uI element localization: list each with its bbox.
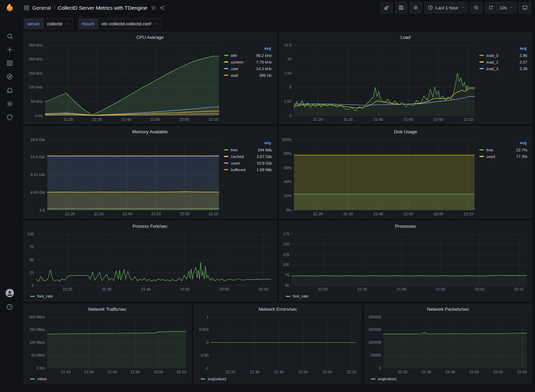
processes-chart[interactable]: 21:2021:3021:4021:5022:0022:105075100125… bbox=[281, 231, 529, 292]
svg-text:21:50: 21:50 bbox=[469, 370, 479, 374]
legend-item-wait[interactable]: wait386 Hz bbox=[224, 72, 272, 78]
variable-value-mount[interactable]: etc-collectd-collectd.conf bbox=[98, 18, 161, 29]
svg-text:22:10: 22:10 bbox=[514, 287, 524, 291]
server-admin-shield-icon[interactable] bbox=[6, 113, 14, 122]
chevron-down-icon bbox=[509, 5, 513, 10]
memory-available-chart[interactable]: 21:2021:3021:4021:5022:0022:100 b4.66 Gi… bbox=[25, 136, 222, 217]
alerting-bell-icon[interactable] bbox=[6, 86, 14, 94]
cpu-average-chart[interactable]: 21:2021:3021:4021:5022:0022:100 Hz50 kHz… bbox=[25, 42, 222, 123]
svg-text:21:20: 21:20 bbox=[226, 370, 235, 374]
legend-header-avg: avg bbox=[479, 141, 527, 145]
legend-item-user[interactable]: user14.3 kHz bbox=[224, 65, 272, 72]
star-icon[interactable] bbox=[151, 5, 156, 10]
legend-swatch bbox=[371, 378, 375, 380]
breadcrumb-folder[interactable]: General bbox=[32, 5, 51, 11]
svg-text:21:40: 21:40 bbox=[274, 370, 284, 374]
panel-title-network-traffic[interactable]: Network Traffic/sec bbox=[24, 304, 191, 314]
legend-series-avg-value: 22.7% bbox=[516, 148, 527, 152]
panel-title-network-errors[interactable]: Network Errors/sec bbox=[194, 304, 361, 314]
legend-item-free[interactable]: free22.7% bbox=[479, 147, 527, 153]
svg-text:9.31 Gib: 9.31 Gib bbox=[31, 173, 45, 177]
process-fork-chart[interactable]: 21:2021:3021:4021:5022:0022:100255075100 bbox=[25, 231, 274, 292]
legend-item-value[interactable]: value bbox=[30, 375, 47, 383]
svg-text:200000: 200000 bbox=[368, 315, 381, 319]
network-errors-chart[interactable]: 21:2021:3021:4021:5022:0022:10-1-0.5000.… bbox=[196, 314, 359, 375]
legend-item-used[interactable]: used77.3% bbox=[479, 153, 527, 160]
add-panel-button[interactable] bbox=[381, 2, 392, 13]
dashboard-toolbar: Last 1 hour 10s bbox=[381, 2, 531, 13]
panel-load: Load 21:2021:3021:4021:5022:0022:1002.50… bbox=[279, 32, 532, 124]
chart-canvas: 21:2021:3021:4021:5022:0022:100 b/s50 Mb… bbox=[25, 314, 189, 375]
legend-series-avg-value: 2.38 bbox=[520, 67, 527, 71]
dashboards-icon[interactable] bbox=[6, 59, 14, 67]
time-range-picker[interactable]: Last 1 hour bbox=[424, 2, 468, 13]
svg-text:?: ? bbox=[9, 305, 11, 309]
legend-item-load_0[interactable]: load_02.86 bbox=[479, 52, 527, 59]
legend-series-name: avg(value) bbox=[208, 377, 226, 381]
network-packets-chart[interactable]: 21:2021:3021:4021:5022:0022:100500001000… bbox=[366, 314, 529, 375]
legend-item-idle[interactable]: idle96.2 kHz bbox=[224, 52, 272, 59]
svg-text:22:00: 22:00 bbox=[179, 117, 189, 122]
legend-swatch bbox=[479, 68, 484, 69]
explore-compass-icon[interactable] bbox=[6, 73, 14, 81]
network-traffic-chart[interactable]: 21:2021:3021:4021:5022:0022:100 b/s50 Mb… bbox=[25, 314, 189, 375]
svg-text:21:40: 21:40 bbox=[373, 212, 383, 216]
svg-text:2.50: 2.50 bbox=[284, 99, 291, 103]
user-avatar[interactable] bbox=[6, 289, 14, 297]
svg-text:100: 100 bbox=[27, 232, 34, 236]
legend-item-load_1[interactable]: load_12.57 bbox=[479, 59, 527, 65]
configuration-gear-icon[interactable] bbox=[6, 100, 14, 108]
legend-item-free[interactable]: free344 Mib bbox=[224, 147, 272, 153]
create-icon[interactable] bbox=[6, 45, 14, 54]
help-icon[interactable]: ? bbox=[6, 303, 14, 311]
dashboard-settings-button[interactable] bbox=[410, 2, 422, 13]
disk-usage-chart[interactable]: 21:2021:3021:4021:5022:0022:100%20%40%60… bbox=[281, 136, 477, 217]
legend-item-avg(value)[interactable]: avg(value) bbox=[371, 375, 397, 383]
svg-text:14.0 Gib: 14.0 Gib bbox=[31, 155, 45, 159]
share-icon[interactable] bbox=[160, 5, 165, 10]
svg-text:200 kHz: 200 kHz bbox=[29, 57, 42, 61]
svg-text:75: 75 bbox=[30, 245, 34, 249]
panel-title-processes[interactable]: Processes bbox=[279, 221, 532, 231]
panel-title-cpu-average[interactable]: CPU Average bbox=[24, 32, 276, 42]
legend-item-system[interactable]: system7.79 kHz bbox=[224, 59, 272, 65]
legend-item-avg(value)[interactable]: avg(value) bbox=[201, 375, 226, 383]
svg-text:7.50: 7.50 bbox=[284, 71, 291, 75]
svg-text:0.500: 0.500 bbox=[199, 327, 209, 332]
panel-title-process-fork[interactable]: Process Fork/sec bbox=[24, 221, 276, 231]
zoom-out-button[interactable] bbox=[470, 2, 482, 13]
search-icon[interactable] bbox=[6, 32, 14, 40]
tv-mode-button[interactable] bbox=[519, 2, 531, 13]
cpu-average-legend: avgidle96.2 kHzsystem7.79 kHzuser14.3 kH… bbox=[222, 42, 274, 123]
grafana-logo[interactable] bbox=[0, 0, 19, 15]
legend-series-avg-value: 2.57 bbox=[520, 60, 527, 64]
refresh-icon bbox=[488, 5, 494, 10]
legend-item-buffered[interactable]: buffered1.68 Mib bbox=[224, 166, 272, 173]
variable-value-server[interactable]: collectd bbox=[43, 18, 73, 29]
legend-swatch bbox=[479, 156, 484, 157]
svg-text:150 Mb/s: 150 Mb/s bbox=[29, 327, 45, 332]
legend-item-fork_rate[interactable]: fork_rate bbox=[286, 292, 308, 300]
panel-title-network-packets[interactable]: Network Packets/sec bbox=[365, 304, 532, 314]
dashboard-grid: CPU Average 21:2021:3021:4021:5022:0022:… bbox=[19, 29, 535, 384]
legend-item-used[interactable]: used10.8 Gib bbox=[224, 160, 272, 166]
save-dashboard-button[interactable] bbox=[395, 2, 407, 13]
panel-title-memory-available[interactable]: Memory Available bbox=[24, 127, 276, 136]
refresh-button[interactable] bbox=[485, 2, 497, 13]
variable-server: server collectd bbox=[24, 18, 73, 29]
network-traffic-legend: value bbox=[25, 375, 189, 383]
svg-text:21:40: 21:40 bbox=[107, 370, 117, 374]
legend-swatch bbox=[479, 149, 484, 150]
svg-text:21:20: 21:20 bbox=[64, 117, 73, 122]
svg-text:18.6 Gib: 18.6 Gib bbox=[31, 137, 45, 142]
legend-item-fork_rate[interactable]: fork_rate bbox=[30, 292, 53, 300]
process-fork-legend: fork_rate bbox=[25, 292, 274, 300]
legend-item-load_2[interactable]: load_22.38 bbox=[479, 65, 527, 72]
panel-title-disk-usage[interactable]: Disk Usage bbox=[279, 127, 532, 136]
refresh-interval-dropdown[interactable]: 10s bbox=[496, 2, 516, 13]
panel-title-load[interactable]: Load bbox=[279, 32, 532, 42]
legend-item-cached[interactable]: cached3.67 Gib bbox=[224, 153, 272, 160]
svg-text:22:00: 22:00 bbox=[219, 287, 229, 291]
svg-text:21:50: 21:50 bbox=[151, 117, 160, 122]
load-chart[interactable]: 21:2021:3021:4021:5022:0022:1002.5057.50… bbox=[281, 42, 477, 123]
